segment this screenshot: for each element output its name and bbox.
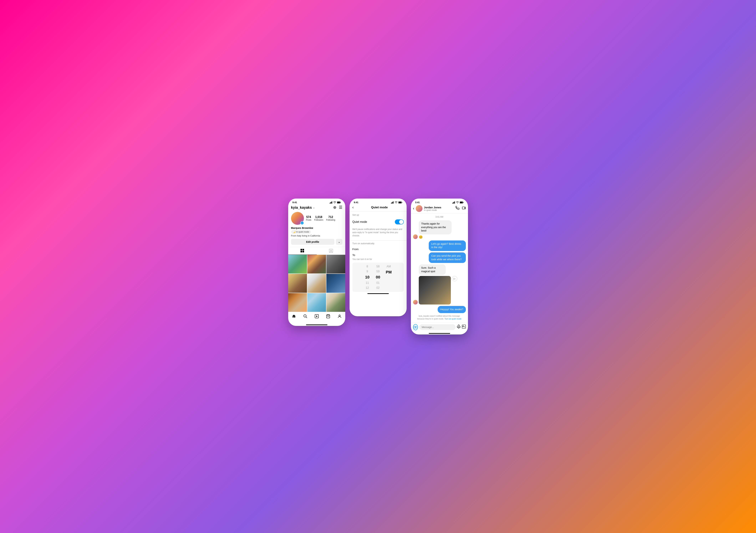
svg-rect-5 — [337, 202, 340, 203]
profile-nav-icon[interactable] — [338, 314, 342, 320]
min-02: 02 — [373, 285, 384, 291]
profile-info: + 574 Posts 1,018 Followers 712 Followin… — [291, 212, 342, 225]
svg-rect-33 — [462, 207, 465, 209]
back-button[interactable]: ‹ — [352, 205, 354, 210]
edit-profile-button[interactable]: Edit profile — [291, 239, 335, 245]
svg-rect-25 — [402, 202, 402, 203]
dm-message-3: Can you send the pick you took while we … — [413, 252, 466, 263]
auto-label: Turn on automatically — [350, 242, 407, 245]
phone-call-icon[interactable] — [455, 206, 459, 211]
period-col: AM PM — [384, 264, 394, 291]
grid-tab[interactable] — [288, 247, 317, 255]
hour-11: 11 — [362, 280, 373, 285]
svg-point-18 — [339, 315, 340, 316]
svg-rect-20 — [392, 202, 392, 204]
photo-cell-5[interactable] — [307, 274, 326, 293]
dm-mic-button[interactable] — [457, 325, 461, 329]
svg-point-12 — [331, 250, 332, 251]
followers-stat[interactable]: 1,018 Followers — [314, 215, 323, 221]
photo-cell-7[interactable] — [288, 293, 307, 312]
photo-cell-9[interactable] — [326, 293, 345, 312]
phones-container: 9:41 — [288, 199, 468, 334]
top-icons: ⊕ ☰ — [333, 205, 342, 210]
toggle-label: Quiet mode — [352, 220, 367, 223]
following-count: 712 — [328, 215, 333, 219]
svg-rect-26 — [452, 203, 453, 204]
status-bar-2: 9:41 — [350, 199, 407, 204]
to-label: To — [352, 253, 355, 257]
svg-marker-34 — [465, 207, 466, 209]
photo-cell-4[interactable] — [288, 274, 307, 293]
min-59: 59 — [373, 269, 384, 274]
dm-message-input[interactable] — [419, 324, 455, 330]
shop-nav-icon[interactable] — [326, 314, 330, 320]
dm-text-2: Let's go again? Best drinks in the city! — [431, 242, 461, 249]
add-icon[interactable]: ⊕ — [333, 205, 337, 210]
battery-icon — [337, 201, 341, 204]
posts-stat[interactable]: 574 Posts — [306, 215, 311, 221]
bottom-nav — [288, 312, 345, 323]
time-picker[interactable]: 8 9 10 11 12 58 59 00 01 02 AM PM — [352, 263, 404, 292]
chevron-down-icon[interactable]: ⌄ — [313, 206, 315, 209]
dm-quiet-notice: kyia_kayaks wasn't notified about this m… — [413, 315, 466, 321]
send-icon[interactable]: ▷ — [452, 276, 457, 281]
username-row: kyia_kayaks ⌄ — [291, 206, 315, 210]
menu-icon[interactable]: ☰ — [339, 205, 342, 210]
tagged-tab[interactable] — [317, 247, 345, 255]
svg-rect-29 — [454, 201, 455, 204]
svg-rect-10 — [303, 251, 304, 252]
moon-icon: 🌙 — [293, 231, 295, 233]
status-bar-3: 3:41 — [411, 199, 468, 204]
photo-cell-8[interactable] — [307, 293, 326, 312]
photo-cell-1[interactable] — [288, 255, 307, 273]
photo-cell-2[interactable] — [307, 255, 326, 273]
dm-header: ‹ Jordan Jones In quiet mode — [411, 204, 468, 213]
svg-rect-31 — [460, 202, 463, 203]
following-stat[interactable]: 712 Following — [326, 215, 335, 221]
discover-button[interactable]: ⌄ — [336, 239, 342, 245]
photo-cell-3[interactable] — [326, 255, 345, 273]
svg-rect-2 — [331, 202, 332, 204]
add-story-icon[interactable]: + — [300, 221, 304, 225]
dm-sender-avatar-1 — [413, 235, 418, 239]
dm-message-1: Thanks again for everything you are the … — [413, 220, 466, 239]
period-am: AM — [384, 264, 394, 269]
dm-image-button[interactable] — [462, 325, 466, 329]
phone-profile: 9:41 — [288, 199, 345, 326]
svg-rect-28 — [454, 202, 454, 204]
dm-contact-avatar — [416, 205, 422, 212]
bio: From Italy living in California — [291, 235, 342, 237]
dm-back-button[interactable]: ‹ — [413, 206, 414, 211]
from-label: From — [352, 248, 359, 251]
dm-bubble-2: Let's go again? Best drinks in the city! — [429, 240, 466, 251]
profile-header: kyia_kayaks ⌄ ⊕ ☰ + 574 — [288, 204, 345, 247]
video-call-icon[interactable] — [462, 206, 466, 211]
min-01: 01 — [373, 280, 384, 285]
quiet-mode-toggle-row: Quiet mode — [350, 218, 407, 226]
svg-rect-32 — [463, 202, 464, 203]
min-58: 58 — [373, 264, 384, 269]
turn-on-quiet-mode-link[interactable]: Turn on quiet mode — [445, 318, 461, 320]
quiet-mode-description: We'll pause notifications and change you… — [350, 226, 407, 239]
time-1: 9:41 — [292, 201, 297, 204]
dm-camera-button[interactable] — [413, 324, 418, 330]
dm-text-3: Can you send the pick you took while we … — [431, 254, 462, 261]
dm-bubble-5: Heyyyy! You awake? — [438, 306, 466, 313]
toggle-thumb — [399, 220, 403, 224]
status-icons-3 — [452, 201, 464, 204]
quiet-mode-toggle[interactable] — [395, 219, 404, 224]
dm-contact-name: Jordan Jones — [424, 206, 454, 209]
status-icons-1 — [330, 201, 341, 204]
search-nav-icon[interactable] — [303, 314, 308, 320]
stats: 574 Posts 1,018 Followers 712 Following — [306, 215, 342, 221]
home-nav-icon[interactable] — [292, 314, 296, 320]
dm-text-4: Sure. Such a magical spot — [421, 266, 436, 273]
reels-nav-icon[interactable] — [314, 314, 319, 320]
hour-8: 8 — [362, 264, 373, 269]
hour-10-selected: 10 — [362, 274, 373, 280]
dm-actions — [455, 206, 466, 211]
photo-cell-6[interactable] — [326, 274, 345, 293]
dm-message-group-1: Thanks again for everything you are the … — [419, 220, 466, 239]
posts-label: Posts — [306, 219, 311, 221]
posts-count: 574 — [306, 215, 311, 219]
